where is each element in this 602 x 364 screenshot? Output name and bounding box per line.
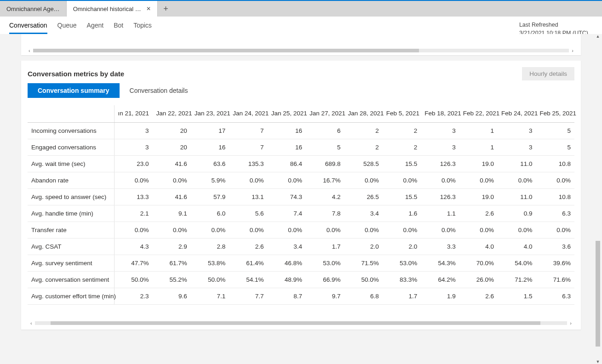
metric-cell: 2.1: [114, 205, 152, 222]
metric-cell: 2.0: [344, 239, 382, 255]
column-header[interactable]: Jan 28, 2021: [344, 105, 382, 123]
nav-tab-agent[interactable]: Agent: [87, 22, 104, 34]
metric-cell: 11.0: [498, 156, 536, 172]
card-sub-tabs: Conversation summary Conversation detail…: [28, 83, 574, 98]
metric-cell: 26.0%: [459, 272, 498, 288]
metric-cell: 54.1%: [229, 272, 267, 288]
metric-cell: 3: [498, 123, 536, 139]
column-header[interactable]: ın 21, 2021: [114, 105, 152, 123]
table-row: Abandon rate0.0%0.0%5.9%0.0%0.0%16.7%0.0…: [28, 172, 574, 189]
page-vertical-scrollbar[interactable]: ▲ ▼: [595, 34, 601, 364]
table-row: Avg. conversation sentiment50.0%55.2%50.…: [28, 272, 574, 288]
new-tab-button[interactable]: +: [158, 1, 174, 17]
metric-cell: 7: [229, 123, 267, 139]
metric-cell: 0.0%: [383, 222, 421, 239]
chevron-left-icon[interactable]: ‹: [28, 320, 35, 326]
metric-cell: 64.2%: [421, 272, 459, 288]
metric-cell: 1.6: [383, 205, 421, 222]
app-tab-active[interactable]: Omnichannel historical an… ✕: [67, 1, 158, 17]
column-header[interactable]: Feb 22, 2021: [459, 105, 498, 123]
metric-cell: 126.3: [421, 189, 459, 205]
metric-cell: 10.8: [536, 156, 574, 172]
metric-cell: 0.0%: [114, 172, 152, 189]
metric-cell: 5: [306, 139, 344, 156]
scrollbar-track[interactable]: [33, 49, 569, 52]
table-row: Avg. CSAT4.32.92.82.63.41.72.02.03.34.04…: [28, 239, 574, 255]
sub-tab-details[interactable]: Conversation details: [120, 83, 198, 98]
column-header[interactable]: Feb 5, 2021: [383, 105, 421, 123]
metric-cell: 3.6: [536, 239, 574, 255]
scrollbar-thumb[interactable]: [596, 241, 600, 347]
table-row: Transfer rate0.0%0.0%0.0%0.0%0.0%0.0%0.0…: [28, 222, 574, 239]
metric-cell: 0.0%: [344, 222, 382, 239]
metric-cell: 1.1: [421, 205, 459, 222]
metric-cell: 3: [114, 123, 152, 139]
app-tab-inactive[interactable]: Omnichannel Age…: [0, 1, 67, 17]
metric-label: Avg. customer effort time (min): [28, 288, 114, 305]
scrollbar-thumb[interactable]: [51, 321, 540, 325]
column-header[interactable]: Jan 25, 2021: [268, 105, 306, 123]
metric-cell: 1: [459, 139, 498, 156]
metric-cell: 50.0%: [191, 272, 229, 288]
table-row: Incoming conversations320177166223135: [28, 123, 574, 139]
metric-label: Avg. CSAT: [28, 239, 114, 255]
column-header[interactable]: Feb 24, 2021: [498, 105, 536, 123]
nav-tab-topics[interactable]: Topics: [133, 22, 152, 34]
metric-cell: 39.6%: [536, 255, 574, 272]
metric-cell: 83.3%: [383, 272, 421, 288]
scrollbar-track[interactable]: [35, 321, 568, 325]
column-header[interactable]: Jan 23, 2021: [191, 105, 229, 123]
metric-cell: 689.8: [306, 156, 344, 172]
metric-label: Incoming conversations: [28, 123, 114, 139]
chevron-left-icon[interactable]: ‹: [26, 48, 33, 53]
chevron-right-icon[interactable]: ›: [567, 320, 574, 326]
metric-cell: 135.3: [229, 156, 267, 172]
metric-cell: 13.3: [114, 189, 152, 205]
metric-cell: 71.2%: [498, 272, 536, 288]
metric-cell: 54.3%: [421, 255, 459, 272]
column-header[interactable]: Feb 25, 2021: [536, 105, 574, 123]
metric-cell: 16: [268, 123, 306, 139]
column-header[interactable]: Jan 22, 2021: [152, 105, 190, 123]
metric-cell: 26.5: [344, 189, 382, 205]
metric-cell: 2.6: [459, 205, 498, 222]
chevron-up-icon[interactable]: ▲: [596, 34, 600, 39]
metric-cell: 1.5: [498, 288, 536, 305]
nav-tabs: Conversation Queue Agent Bot Topics: [9, 21, 152, 34]
column-header[interactable]: Jan 27, 2021: [306, 105, 344, 123]
app-tab-strip: Omnichannel Age… Omnichannel historical …: [0, 0, 602, 17]
metric-cell: 2: [383, 123, 421, 139]
table-row: Engaged conversations320167165223135: [28, 139, 574, 156]
metric-cell: 2: [344, 123, 382, 139]
metric-cell: 19.0: [459, 189, 498, 205]
column-header[interactable]: Jan 24, 2021: [229, 105, 267, 123]
metric-cell: 16: [191, 139, 229, 156]
metric-cell: 4.0: [459, 239, 498, 255]
metric-cell: 50.0%: [114, 272, 152, 288]
sub-tab-summary[interactable]: Conversation summary: [28, 83, 120, 98]
column-header[interactable]: Feb 18, 2021: [421, 105, 459, 123]
metric-cell: 3: [498, 139, 536, 156]
hourly-details-button[interactable]: Hourly details: [522, 67, 574, 80]
metric-label: Avg. conversation sentiment: [28, 272, 114, 288]
upper-card-scrollbar[interactable]: ‹ ›: [21, 48, 581, 55]
nav-tab-bot[interactable]: Bot: [114, 22, 123, 34]
scrollbar-track[interactable]: [595, 39, 601, 359]
card-title: Conversation metrics by date: [28, 70, 124, 78]
metric-cell: 0.0%: [114, 222, 152, 239]
last-refreshed-label: Last Refreshed: [519, 21, 588, 29]
close-icon[interactable]: ✕: [146, 6, 151, 12]
chevron-down-icon[interactable]: ▼: [596, 359, 600, 364]
metric-cell: 5: [536, 139, 574, 156]
table-row: Avg. handle time (min)2.19.16.05.67.47.8…: [28, 205, 574, 222]
nav-tab-queue[interactable]: Queue: [57, 22, 77, 34]
metric-cell: 126.3: [421, 156, 459, 172]
chevron-right-icon[interactable]: ›: [569, 48, 576, 53]
metric-cell: 50.0%: [344, 272, 382, 288]
scrollbar-thumb[interactable]: [33, 49, 419, 52]
nav-tab-conversation[interactable]: Conversation: [9, 22, 47, 34]
metric-cell: 41.6: [152, 156, 190, 172]
metric-cell: 1.7: [306, 239, 344, 255]
table-horizontal-scrollbar[interactable]: ‹ ›: [28, 320, 574, 326]
metric-cell: 0.0%: [229, 222, 267, 239]
